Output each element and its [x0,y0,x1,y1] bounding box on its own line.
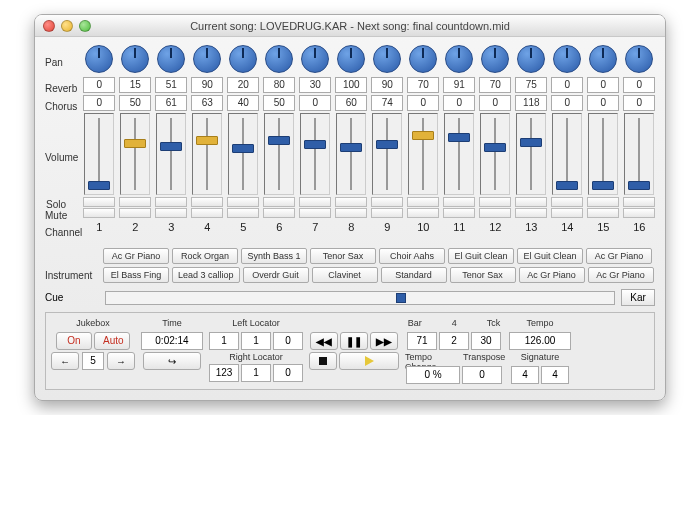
volume-fader[interactable] [228,113,258,195]
instrument-button[interactable]: Synth Bass 1 [241,248,307,264]
pause-button[interactable]: ❚❚ [340,332,368,350]
solo-button[interactable] [83,197,115,207]
instrument-button[interactable]: Lead 3 calliop [172,267,240,283]
reverb-value[interactable]: 100 [335,77,367,93]
jukebox-next-button[interactable]: → [107,352,135,370]
instrument-button[interactable]: Standard [381,267,447,283]
pan-knob[interactable] [301,45,329,73]
volume-fader[interactable] [588,113,618,195]
transpose-value[interactable]: 0 [462,366,502,384]
instrument-button[interactable]: El Bass Fing [103,267,169,283]
beat-value[interactable]: 2 [439,332,469,350]
fader-thumb[interactable] [412,131,434,140]
reverb-value[interactable]: 51 [155,77,187,93]
mute-button[interactable] [371,208,403,218]
volume-fader[interactable] [84,113,114,195]
fader-thumb[interactable] [484,143,506,152]
mute-button[interactable] [191,208,223,218]
solo-button[interactable] [407,197,439,207]
fader-thumb[interactable] [340,143,362,152]
volume-fader[interactable] [264,113,294,195]
chorus-value[interactable]: 0 [299,95,331,111]
right-loc-2[interactable]: 1 [241,364,271,382]
reverb-value[interactable]: 90 [191,77,223,93]
bar-value[interactable]: 71 [407,332,437,350]
mute-button[interactable] [299,208,331,218]
chorus-value[interactable]: 0 [83,95,115,111]
solo-button[interactable] [587,197,619,207]
volume-fader[interactable] [372,113,402,195]
jukebox-index[interactable]: 5 [82,352,104,370]
reverb-value[interactable]: 30 [299,77,331,93]
solo-button[interactable] [443,197,475,207]
cue-thumb[interactable] [396,293,406,303]
left-loc-2[interactable]: 1 [241,332,271,350]
volume-fader[interactable] [408,113,438,195]
instrument-button[interactable]: Tenor Sax [310,248,376,264]
pan-knob[interactable] [229,45,257,73]
solo-button[interactable] [551,197,583,207]
pan-knob[interactable] [481,45,509,73]
mute-button[interactable] [443,208,475,218]
chorus-value[interactable]: 0 [407,95,439,111]
jukebox-auto-button[interactable]: Auto [94,332,130,350]
chorus-value[interactable]: 0 [587,95,619,111]
chorus-value[interactable]: 118 [515,95,547,111]
right-loc-3[interactable]: 0 [273,364,303,382]
tick-value[interactable]: 30 [471,332,501,350]
instrument-button[interactable]: Clavinet [312,267,378,283]
chorus-value[interactable]: 0 [623,95,655,111]
fader-thumb[interactable] [232,144,254,153]
volume-fader[interactable] [192,113,222,195]
fader-thumb[interactable] [268,136,290,145]
fader-thumb[interactable] [592,181,614,190]
rewind-button[interactable]: ◀◀ [310,332,338,350]
tempo-value[interactable]: 126.00 [509,332,571,350]
pan-knob[interactable] [445,45,473,73]
sig-num[interactable]: 4 [511,366,539,384]
tempo-change-value[interactable]: 0 % [406,366,460,384]
fader-thumb[interactable] [448,133,470,142]
mute-button[interactable] [335,208,367,218]
solo-button[interactable] [263,197,295,207]
instrument-button[interactable]: El Guit Clean [517,248,583,264]
fader-thumb[interactable] [556,181,578,190]
chorus-value[interactable]: 0 [551,95,583,111]
fader-thumb[interactable] [628,181,650,190]
reverb-value[interactable]: 0 [623,77,655,93]
fader-thumb[interactable] [124,139,146,148]
fader-thumb[interactable] [88,181,110,190]
volume-fader[interactable] [156,113,186,195]
pan-knob[interactable] [85,45,113,73]
pan-knob[interactable] [121,45,149,73]
reverb-value[interactable]: 70 [407,77,439,93]
loop-button[interactable]: ↪ [143,352,201,370]
solo-button[interactable] [335,197,367,207]
reverb-value[interactable]: 90 [371,77,403,93]
pan-knob[interactable] [193,45,221,73]
chorus-value[interactable]: 60 [335,95,367,111]
chorus-value[interactable]: 0 [479,95,511,111]
mute-button[interactable] [551,208,583,218]
volume-fader[interactable] [120,113,150,195]
solo-button[interactable] [371,197,403,207]
solo-button[interactable] [227,197,259,207]
forward-button[interactable]: ▶▶ [370,332,398,350]
fader-thumb[interactable] [304,140,326,149]
volume-fader[interactable] [300,113,330,195]
chorus-value[interactable]: 61 [155,95,187,111]
reverb-value[interactable]: 75 [515,77,547,93]
solo-button[interactable] [155,197,187,207]
solo-button[interactable] [119,197,151,207]
mute-button[interactable] [623,208,655,218]
jukebox-on-button[interactable]: On [56,332,92,350]
instrument-button[interactable]: El Guit Clean [448,248,514,264]
pan-knob[interactable] [625,45,653,73]
left-loc-3[interactable]: 0 [273,332,303,350]
pan-knob[interactable] [553,45,581,73]
chorus-value[interactable]: 63 [191,95,223,111]
mute-button[interactable] [263,208,295,218]
reverb-value[interactable]: 0 [587,77,619,93]
pan-knob[interactable] [517,45,545,73]
solo-button[interactable] [479,197,511,207]
